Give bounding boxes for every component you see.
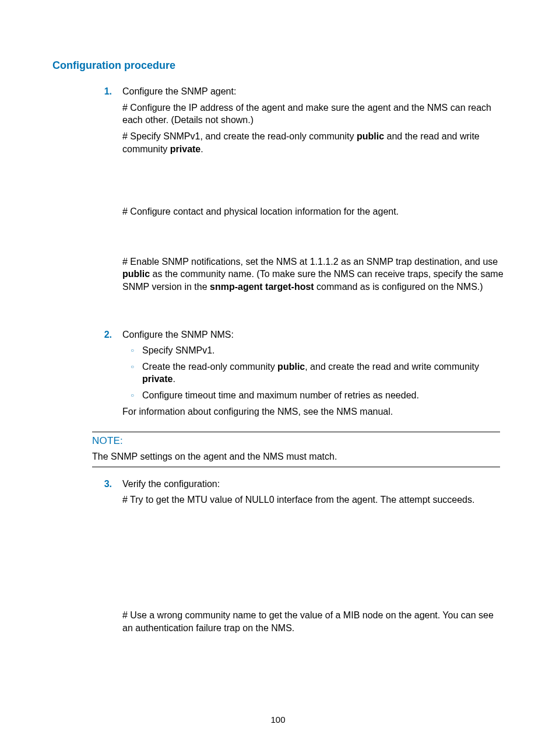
text: Create the read-only community	[142, 362, 277, 372]
circle-bullet-icon: ○	[122, 389, 142, 402]
step-3: 3. Verify the configuration: # Try to ge…	[52, 478, 504, 638]
spacer	[122, 159, 504, 205]
step-3-p1: # Try to get the MTU value of NULL0 inte…	[122, 494, 504, 506]
sub-item-2: ○ Create the read-only community public,…	[122, 360, 504, 386]
circle-bullet-icon: ○	[122, 344, 142, 357]
step-1-p2: # Specify SNMPv1, and create the read-on…	[122, 130, 504, 155]
step-1: 1. Configure the SNMP agent: # Configure…	[52, 85, 504, 324]
sub-item-1: ○ Specify SNMPv1.	[122, 344, 504, 357]
spacer	[122, 297, 504, 325]
text: .	[200, 144, 203, 154]
spacer	[122, 510, 504, 609]
step-2-marker: 2.	[52, 328, 122, 422]
step-2: 2. Configure the SNMP NMS: ○ Specify SNM…	[52, 328, 504, 422]
text: # Specify SNMPv1, and create the read-on…	[122, 131, 357, 141]
step-2-body: Configure the SNMP NMS: ○ Specify SNMPv1…	[122, 328, 504, 422]
step-1-body: Configure the SNMP agent: # Configure th…	[122, 85, 504, 324]
section-heading: Configuration procedure	[52, 58, 504, 72]
note-label: NOTE:	[92, 435, 500, 448]
step-3-body: Verify the configuration: # Try to get t…	[122, 478, 504, 638]
note-body: The SNMP settings on the agent and the N…	[92, 450, 500, 463]
sub-item-3: ○ Configure timeout time and maximum num…	[122, 389, 504, 402]
text: .	[173, 374, 175, 384]
text: , and create the read and write communit…	[305, 362, 479, 372]
step-1-title: Configure the SNMP agent:	[122, 85, 504, 98]
step-3-title: Verify the configuration:	[122, 478, 504, 491]
step-2-sublist: ○ Specify SNMPv1. ○ Create the read-only…	[122, 344, 504, 401]
bold-public: public	[357, 131, 384, 141]
step-3-marker: 3.	[52, 478, 122, 638]
step-1-p4: # Enable SNMP notifications, set the NMS…	[122, 256, 504, 293]
sub-text: Create the read-only community public, a…	[142, 360, 504, 386]
step-1-p3: # Configure contact and physical locatio…	[122, 205, 504, 218]
sub-text: Configure timeout time and maximum numbe…	[142, 389, 504, 402]
step-3-p2: # Use a wrong community name to get the …	[122, 609, 504, 634]
spacer	[122, 222, 504, 256]
step-1-marker: 1.	[52, 85, 122, 324]
text: # Enable SNMP notifications, set the NMS…	[122, 257, 498, 267]
sub-text: Specify SNMPv1.	[142, 344, 504, 357]
step-2-title: Configure the SNMP NMS:	[122, 328, 504, 341]
step-1-p1: # Configure the IP address of the agent …	[122, 102, 504, 127]
page-number: 100	[0, 714, 556, 726]
bold-private: private	[142, 374, 173, 384]
bold-public: public	[122, 269, 150, 279]
bold-private: private	[170, 144, 200, 154]
bold-target-host: snmp-agent target-host	[210, 282, 314, 292]
document-page: Configuration procedure 1. Configure the…	[0, 0, 556, 756]
step-2-after: For information about configuring the NM…	[122, 405, 504, 418]
note-box: NOTE: The SNMP settings on the agent and…	[92, 432, 500, 467]
circle-bullet-icon: ○	[122, 360, 142, 386]
bold-public: public	[277, 362, 305, 372]
text: command as is configured on the NMS.)	[314, 282, 483, 292]
